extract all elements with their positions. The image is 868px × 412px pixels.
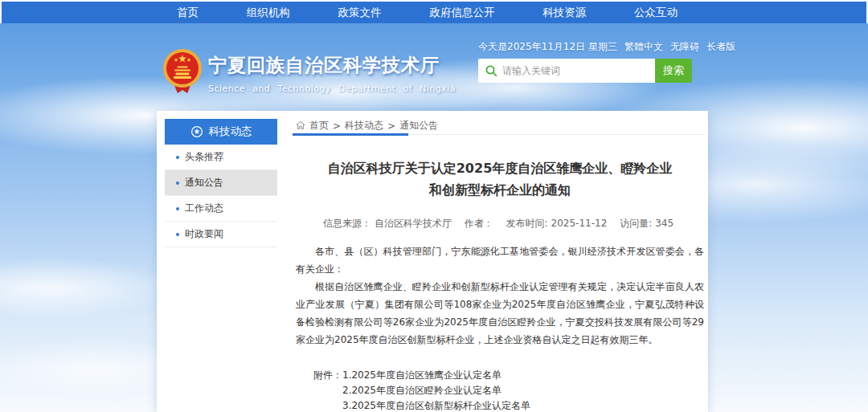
sidebar-item-label: 时政要闻 xyxy=(185,227,223,241)
breadcrumb-category-link[interactable]: 科技动态 xyxy=(345,119,383,133)
article-title: 自治区科技厅关于认定2025年度自治区雏鹰企业、瞪羚企业 和创新型标杆企业的通知 xyxy=(296,157,704,201)
link-senior-version[interactable]: 长者版 xyxy=(706,40,735,54)
breadcrumb-home-link[interactable]: 首页 xyxy=(309,119,329,133)
current-date-text: 今天是2025年11月12日 星期三 xyxy=(478,40,617,54)
article-paragraph: 各市、县（区）科技管理部门，宁东能源化工基地管委会，银川经济技术开发区管委会，各… xyxy=(296,243,704,278)
breadcrumb-separator: > xyxy=(333,120,341,132)
sidebar-item-work-trends[interactable]: 工作动态 xyxy=(165,196,277,222)
link-accessibility[interactable]: 无障碍 xyxy=(670,40,699,54)
article-meta: 信息来源：自治区科学技术厅 作者： 发布时间:2025-11-12 访问量:34… xyxy=(296,217,704,230)
article-title-line1: 自治区科技厅关于认定2025年度自治区雏鹰企业、瞪羚企业 xyxy=(296,157,704,179)
meta-publish-label: 发布时间: xyxy=(506,218,548,229)
link-traditional-chinese[interactable]: 繁體中文 xyxy=(624,40,663,54)
sidebar-item-label: 工作动态 xyxy=(185,202,223,215)
home-icon xyxy=(296,120,305,130)
nav-item-organization[interactable]: 组织机构 xyxy=(247,6,290,20)
bullet-dot-icon xyxy=(176,156,179,159)
nav-item-home[interactable]: 首页 xyxy=(177,6,199,20)
attachments-label: 附件： xyxy=(313,368,342,412)
attachment-link[interactable]: 3.2025年度自治区创新型标杆企业认定名单 xyxy=(342,398,530,412)
bullet-dot-icon xyxy=(176,182,179,185)
site-brand: 宁夏回族自治区科学技术厅 Science and Technology Depa… xyxy=(208,53,456,94)
search-icon xyxy=(485,64,497,77)
sidebar-item-current-politics[interactable]: 时政要闻 xyxy=(165,222,277,247)
bullet-dot-icon xyxy=(176,233,179,236)
attachments-block: 附件： 1.2025年度自治区雏鹰企业认定名单 2.2025年度自治区瞪羚企业认… xyxy=(313,368,704,412)
sidebar: 科技动态 头条推荐 通知公告 工作动态 时政要闻 xyxy=(165,119,277,247)
site-subtitle-english: Science and Technology Department of Nin… xyxy=(208,84,456,94)
nav-item-public-interaction[interactable]: 公众互动 xyxy=(634,6,678,20)
sidebar-header: 科技动态 xyxy=(165,119,277,145)
meta-author-label: 作者： xyxy=(465,218,493,229)
search-bar: 搜索 xyxy=(478,59,692,83)
search-input[interactable] xyxy=(502,59,651,83)
nav-item-policy-documents[interactable]: 政策文件 xyxy=(338,6,382,20)
meta-visits-value: 345 xyxy=(655,218,674,229)
sidebar-item-label: 通知公告 xyxy=(185,176,223,190)
search-button[interactable]: 搜索 xyxy=(655,59,692,83)
meta-source-label: 信息来源： xyxy=(323,218,371,229)
meta-visits-label: 访问量: xyxy=(620,218,652,229)
article-title-line2: 和创新型标杆企业的通知 xyxy=(296,179,704,201)
article-paragraph: 根据自治区雏鹰企业、瞪羚企业和创新型标杆企业认定管理有关规定，决定认定半亩良人农… xyxy=(296,278,704,349)
meta-publish-date: 2025-11-12 xyxy=(551,218,608,229)
breadcrumb-separator: > xyxy=(387,120,395,132)
attachments-list: 1.2025年度自治区雏鹰企业认定名单 2.2025年度自治区瞪羚企业认定名单 … xyxy=(342,368,530,412)
sidebar-item-label: 头条推荐 xyxy=(185,150,223,164)
nav-item-gov-info-disclosure[interactable]: 政府信息公开 xyxy=(429,6,494,20)
breadcrumb: 首页 > 科技动态 > 通知公告 xyxy=(296,117,704,135)
tech-dynamics-icon xyxy=(190,125,203,138)
main-content-card: 科技动态 头条推荐 通知公告 工作动态 时政要闻 xyxy=(157,111,708,412)
search-box xyxy=(478,59,655,83)
top-nav-list: 首页 组织机构 政策文件 政府信息公开 科技资源 公众互动 xyxy=(157,2,708,23)
attachment-link[interactable]: 2.2025年度自治区瞪羚企业认定名单 xyxy=(342,383,530,398)
attachment-link[interactable]: 1.2025年度自治区雏鹰企业认定名单 xyxy=(342,368,530,383)
meta-source-value: 自治区科学技术厅 xyxy=(375,218,452,229)
site-title: 宁夏回族自治区科学技术厅 xyxy=(208,53,456,78)
sidebar-item-notices[interactable]: 通知公告 xyxy=(165,170,277,196)
top-nav-bar: 首页 组织机构 政策文件 政府信息公开 科技资源 公众互动 xyxy=(2,2,866,23)
page: 首页 组织机构 政策文件 政府信息公开 科技资源 公众互动 宁夏回族自治区科学技… xyxy=(0,0,868,412)
article-column: 首页 > 科技动态 > 通知公告 自治区科技厅关于认定2025年度自治区雏鹰企业… xyxy=(296,117,704,412)
sidebar-item-headlines[interactable]: 头条推荐 xyxy=(165,145,277,170)
header-utility-row: 今天是2025年11月12日 星期三 繁體中文 无障碍 长者版 xyxy=(478,40,702,53)
breadcrumb-current-page: 通知公告 xyxy=(399,119,438,133)
sidebar-title: 科技动态 xyxy=(209,124,252,139)
article-body: 各市、县（区）科技管理部门，宁东能源化工基地管委会，银川经济技术开发区管委会，各… xyxy=(296,243,704,349)
national-emblem-logo xyxy=(162,48,203,95)
bullet-dot-icon xyxy=(176,207,179,210)
sidebar-menu: 头条推荐 通知公告 工作动态 时政要闻 xyxy=(165,145,277,247)
nav-item-tech-resources[interactable]: 科技资源 xyxy=(542,6,586,20)
